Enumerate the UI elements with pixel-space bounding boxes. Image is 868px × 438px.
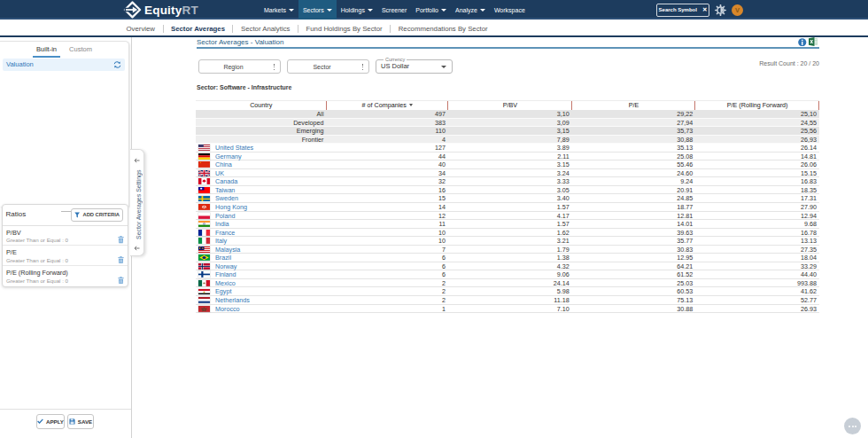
country-link[interactable]: Norway [215, 262, 236, 270]
country-link[interactable]: France [215, 229, 235, 237]
country-cell: Sweden [196, 194, 327, 202]
flag-icon-mx [198, 280, 210, 286]
region-filter-button[interactable]: Region [198, 59, 281, 74]
country-link[interactable]: Poland [215, 212, 235, 220]
save-button[interactable]: SAVE [67, 414, 94, 430]
kebab-menu-icon[interactable] [362, 64, 364, 72]
tab-fund-holdings-by-sector[interactable]: Fund Holdings By Sector [298, 25, 390, 33]
flag-icon-no [198, 263, 210, 270]
country-link[interactable]: Malaysia [215, 246, 240, 254]
sidebar-item-valuation[interactable]: Valuation [3, 59, 125, 71]
criteria-row: P/BVGreater Than or Equal : 0 [3, 226, 128, 246]
country-link[interactable]: Canada [215, 177, 237, 185]
trash-icon[interactable] [118, 231, 124, 247]
country-link[interactable]: Sweden [215, 194, 238, 202]
theme-gear-icon[interactable] [715, 4, 726, 16]
tab-overview[interactable]: Overview [119, 25, 163, 33]
currency-select[interactable]: Currency US Dollar [376, 59, 453, 74]
column-header-p-e[interactable]: P/E [572, 101, 696, 111]
cell-value: 15 [327, 194, 449, 202]
tab-sector-analytics[interactable]: Sector Analytics [233, 25, 297, 33]
brand-logo[interactable]: EquityRT [123, 1, 198, 19]
cell-value: 75.13 [572, 296, 696, 304]
tab-sector-averages[interactable]: Sector Averages [164, 25, 233, 33]
cell-value: 27,94 [572, 119, 696, 127]
add-criteria-button[interactable]: ADD CRITERIA [71, 208, 123, 222]
country-link[interactable]: Egypt [215, 287, 231, 295]
user-avatar[interactable]: V [732, 4, 743, 16]
column-header-p-e-rolling-forward-[interactable]: P/E (Rolling Forward) [695, 101, 819, 111]
column-header-label: Country [250, 101, 272, 109]
menu-item-portfolio[interactable]: Portfolio [411, 0, 451, 20]
menu-item-workspace[interactable]: Workspace [490, 0, 530, 20]
flag-icon-fi [198, 271, 210, 278]
cell-value: 4.17 [448, 212, 572, 220]
sidebar-tab-built-in[interactable]: Built-in [33, 44, 60, 58]
country-row-morocco: Morocco17.1030.8826.93 [196, 305, 819, 314]
excel-export-icon[interactable] [809, 37, 818, 46]
add-criteria-label: ADD CRITERIA [82, 212, 120, 217]
country-cell: Brazil [196, 254, 327, 262]
cell-value: 64.21 [572, 262, 696, 270]
kebab-menu-icon[interactable] [274, 64, 275, 72]
sector-filter-label: Sector [288, 60, 356, 73]
country-link[interactable]: Brazil [215, 254, 231, 262]
aggregate-row-all: All4973,1029,2225,10 [196, 110, 819, 119]
cell-value: 12.94 [695, 212, 819, 220]
criteria-condition: Greater Than or Equal : 0 [6, 257, 68, 263]
cell-value: 30.83 [572, 246, 696, 254]
criteria-condition: Greater Than or Equal : 0 [6, 237, 68, 243]
column-header-p-bv[interactable]: P/BV [448, 101, 572, 111]
sector-filter-button[interactable]: Sector [287, 59, 369, 74]
search-symbol-button[interactable]: Search Symbol ✕ [656, 4, 709, 17]
country-row-egypt: Egypt25.9860.5341.62 [196, 287, 819, 296]
settings-sidebar: Built-inCustom Valuation Ratios ADD CRIT… [0, 37, 131, 438]
sidebar-collapse-strip[interactable]: Sector Averages Settings [130, 149, 144, 256]
country-link[interactable]: China [215, 160, 232, 168]
country-link[interactable]: Taiwan [215, 186, 235, 194]
collapse-arrow-bottom-icon[interactable] [134, 246, 140, 251]
ratios-card: Ratios ADD CRITERIA P/BVGreater Than or … [2, 204, 128, 287]
collapse-arrow-top-icon[interactable] [134, 158, 140, 163]
column-header-label: P/E [629, 101, 639, 109]
country-link[interactable]: United States [215, 144, 253, 152]
menu-item-markets[interactable]: Markets [260, 0, 298, 20]
menu-item-screener[interactable]: Screener [377, 0, 411, 20]
country-link[interactable]: Morocco [215, 305, 240, 313]
flag-icon-pl [198, 213, 210, 219]
country-row-germany: Germany442.1125.0814.81 [196, 153, 819, 161]
country-link[interactable]: Finland [215, 270, 236, 278]
country-link[interactable]: India [215, 220, 229, 228]
sidebar-strip-label: Sector Averages Settings [134, 166, 143, 243]
trash-icon[interactable] [118, 251, 124, 267]
menu-item-analyze[interactable]: Analyze [451, 0, 490, 20]
country-cell: UK [196, 169, 327, 177]
country-row-uk: UK343.2424.6015.15 [196, 169, 819, 178]
country-link[interactable]: Italy [215, 237, 227, 245]
sync-icon[interactable] [113, 61, 121, 68]
country-link[interactable]: Hong Kong [215, 203, 247, 211]
country-row-norway: Norway64.3264.2133.29 [196, 262, 819, 271]
apply-button[interactable]: APPLY [36, 414, 65, 430]
flag-icon-it [198, 238, 210, 244]
cell-value: 3.24 [448, 169, 572, 177]
country-link[interactable]: Germany [215, 153, 242, 160]
country-link[interactable]: UK [215, 169, 224, 177]
tab-recommendations-by-sector[interactable]: Recommendations By Sector [391, 25, 495, 33]
trash-icon[interactable] [118, 271, 124, 287]
menu-item-sectors[interactable]: Sectors [298, 0, 337, 20]
cell-value: 3,10 [448, 110, 572, 118]
cell-value: 32 [327, 177, 449, 185]
info-icon[interactable] [798, 38, 807, 47]
menu-item-holdings[interactable]: Holdings [337, 0, 377, 20]
floating-more-button[interactable] [844, 418, 861, 434]
search-close-icon[interactable]: ✕ [702, 7, 707, 13]
country-link[interactable]: Netherlands [215, 296, 250, 304]
country-cell: Norway [196, 262, 327, 270]
country-link[interactable]: Mexico [215, 279, 236, 287]
column-header--of-companies[interactable]: # of Companies [327, 101, 449, 111]
region-filter-label: Region [199, 60, 267, 73]
sidebar-tab-custom[interactable]: Custom [66, 44, 96, 58]
column-header-country[interactable]: Country [196, 101, 327, 111]
page-title: Sector Averages - Valuation [197, 38, 283, 46]
